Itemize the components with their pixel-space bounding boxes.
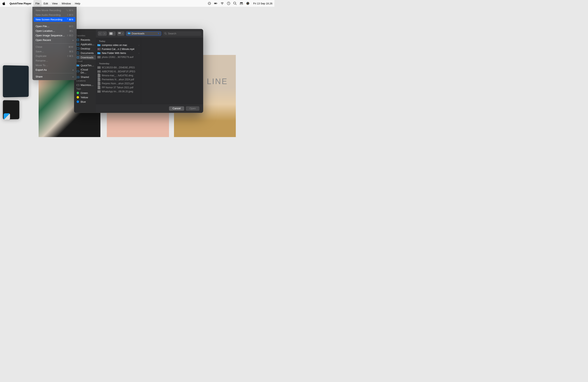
sidebar-item-yellow[interactable]: Yellow	[74, 95, 96, 99]
location-label: Downloads	[132, 32, 144, 35]
menu-item-rename-: Rename…	[34, 58, 75, 63]
app-icon: A	[76, 42, 79, 46]
menu-item-export-as[interactable]: Export As›	[34, 68, 75, 72]
siri-icon[interactable]	[246, 1, 250, 5]
menu-item-save-: Save…⌘S	[34, 49, 75, 54]
clock-icon	[76, 38, 79, 41]
menu-item-new-screen-recording[interactable]: New Screen Recording⌃⌘N	[34, 17, 75, 22]
sidebar-item-quicktim-[interactable]: QuickTim…	[74, 63, 96, 68]
file-group-today: Today	[96, 39, 141, 43]
menu-file[interactable]: File	[33, 0, 42, 7]
cc-icon[interactable]	[208, 1, 211, 5]
sidebar-item-shared[interactable]: Shared	[74, 75, 96, 79]
stage-thumb-app2[interactable]	[3, 100, 19, 119]
sidebar-item-documents[interactable]: Documents	[74, 51, 96, 55]
file-row[interactable]: Funniest Cat…n 2 Minute.mp4	[96, 47, 141, 51]
menu-item-open-file-[interactable]: Open File…⌘O	[34, 24, 75, 29]
dialog-footer: Cancel Open	[96, 104, 203, 113]
sidebar-item-icloud-dri-[interactable]: iCloud Dri…	[74, 68, 96, 75]
file-row[interactable]: compress video on mac›	[96, 43, 141, 47]
sidebar-item-green[interactable]: Green	[74, 91, 96, 95]
menu-view[interactable]: View	[50, 0, 60, 7]
folder-icon	[97, 44, 101, 47]
file-row[interactable]: A8BCF092-6…BDA6F1F.JPEG	[96, 70, 141, 74]
svg-point-1	[209, 3, 210, 4]
stage-thumb-app1[interactable]	[3, 65, 29, 97]
sidebar-item-blue[interactable]: Blue	[74, 99, 96, 104]
battery-icon[interactable]	[214, 1, 218, 5]
dialog-sidebar: FavoritesRecentsAApplicatio…DesktopDocum…	[74, 29, 96, 113]
file-row[interactable]: PP Nomor 37 Tahun 2021.pdf	[96, 86, 141, 90]
datetime[interactable]: Fri 13 Sep 18.26	[253, 2, 273, 5]
sidebar-header-favorites: Favorites	[74, 34, 96, 38]
svg-rect-15	[76, 48, 79, 49]
svg-point-29	[165, 32, 166, 34]
sidebar-item-recents[interactable]: Recents	[74, 38, 96, 42]
menu-item-open-image-sequence-[interactable]: Open Image Sequence…⇧⌘O	[34, 33, 75, 38]
file-name: filmora-mac_…full14792.dmg	[102, 74, 139, 77]
control-center-icon[interactable]	[240, 1, 243, 5]
nav-back-button[interactable]: ‹	[98, 31, 102, 36]
chevron-right-icon: ›	[139, 44, 139, 46]
time-machine-icon[interactable]	[227, 1, 231, 5]
view-group-button[interactable]: ⌄	[117, 31, 125, 36]
file-name: Funniest Cat…n 2 Minute.mp4	[102, 48, 139, 51]
wifi-icon[interactable]	[220, 1, 224, 5]
menu-item-open-recent[interactable]: Open Recent›	[34, 38, 75, 42]
file-preview	[141, 38, 203, 104]
view-columns-button[interactable]: ⌄	[108, 31, 116, 36]
menu-item-move-to-: Move To…	[34, 63, 75, 68]
file-name: New Folder With Items	[102, 52, 137, 55]
file-row[interactable]: Permenkes N…ahun 2024.pdf	[96, 77, 141, 81]
file-row[interactable]: 9C138153-B8…D54E6E.JPEG	[96, 66, 141, 70]
menu-window[interactable]: Window	[60, 0, 73, 7]
sidebar-item-macintos-[interactable]: Macintos…	[74, 83, 96, 87]
file-name: compress video on mac	[102, 44, 137, 47]
cancel-button[interactable]: Cancel	[169, 106, 184, 111]
sidebar-item-label: Shared	[81, 76, 89, 78]
image-icon	[97, 66, 101, 69]
sidebar-item-desktop[interactable]: Desktop	[74, 46, 96, 51]
file-name: 9C138153-B8…D54E6E.JPEG	[102, 66, 139, 69]
file-row[interactable]: Perpres Nom…ahun 2023.pdf	[96, 81, 141, 86]
sidebar-item-label: Desktop	[81, 47, 90, 50]
sidebar-header-tags: Tags	[74, 87, 96, 91]
app-name[interactable]: QuickTime Player	[8, 2, 33, 5]
open-button[interactable]: Open	[186, 106, 199, 111]
spotlight-icon[interactable]	[233, 1, 237, 5]
sidebar-item-label: iCloud Dri…	[81, 68, 94, 74]
chevron-right-icon: ›	[139, 52, 139, 54]
file-group-yesterday: Yesterday	[96, 61, 141, 66]
cloud-icon	[76, 70, 79, 73]
menu-help[interactable]: Help	[73, 0, 82, 7]
svg-rect-8	[240, 4, 243, 5]
svg-rect-26	[118, 33, 119, 34]
menu-item-share[interactable]: Share›	[34, 74, 75, 79]
svg-rect-20	[110, 32, 110, 35]
file-row[interactable]: WhatsApp Im…09.06.20.jpeg	[96, 90, 141, 94]
menu-edit[interactable]: Edit	[42, 0, 50, 7]
tag-dot-icon	[76, 100, 79, 103]
doc-icon	[97, 74, 101, 77]
sidebar-item-label: QuickTim…	[81, 64, 94, 67]
svg-rect-19	[76, 84, 79, 86]
file-row[interactable]: filmora-mac_…full14792.dmg	[96, 74, 141, 77]
svg-rect-32	[97, 56, 101, 58]
search-input[interactable]: Search	[163, 31, 201, 36]
nav-forward-button[interactable]: ›	[102, 31, 107, 36]
menu-item-open-location-[interactable]: Open Location…⌘L	[34, 29, 75, 33]
apple-menu[interactable]	[2, 0, 6, 7]
sidebar-item-downloads[interactable]: Downloads	[74, 55, 96, 59]
file-row[interactable]: photo-15362…9070f9279.avif	[96, 55, 141, 59]
sidebar-item-applicatio-[interactable]: AApplicatio…	[74, 42, 96, 46]
file-row[interactable]: New Folder With Items›	[96, 51, 141, 55]
sidebar-header-icloud: iCloud	[74, 59, 96, 63]
doc-icon	[97, 78, 101, 81]
folder-icon	[97, 52, 101, 55]
file-column: Todaycompress video on mac›Funniest Cat……	[96, 38, 141, 104]
location-popup[interactable]: Downloads ⇅	[126, 31, 161, 36]
folder-icon	[76, 64, 79, 67]
svg-rect-21	[111, 32, 111, 35]
svg-rect-28	[120, 33, 121, 34]
file-name: Permenkes N…ahun 2024.pdf	[102, 78, 139, 81]
